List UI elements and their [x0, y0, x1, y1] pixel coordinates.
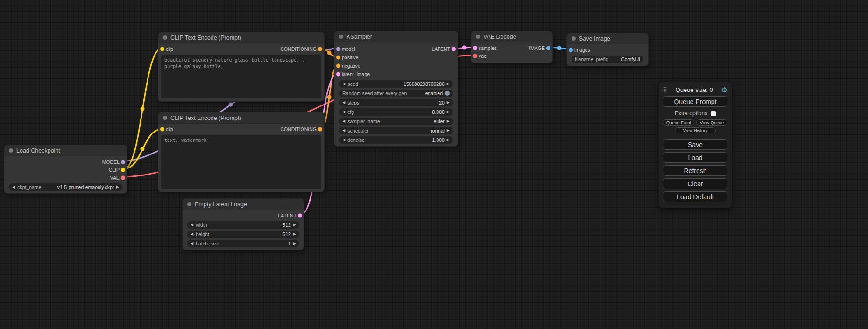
load-button[interactable]: Load [663, 152, 727, 163]
node-header[interactable]: CLIP Text Encode (Prompt) [158, 32, 324, 43]
increment-arrow-icon[interactable]: ▶ [447, 136, 450, 144]
node-title: Empty Latent Image [195, 201, 247, 208]
input-socket-latent-image[interactable] [336, 72, 340, 77]
refresh-button[interactable]: Refresh [663, 165, 727, 176]
widget-ckpt-name[interactable]: ◀ ckpt_name v1-5-pruned-emaonly.ckpt ▶ [9, 183, 122, 191]
increment-arrow-icon[interactable]: ▶ [293, 221, 296, 229]
collapse-dot-icon[interactable] [572, 36, 576, 41]
decrement-arrow-icon[interactable]: ◀ [342, 118, 345, 125]
node-load-checkpoint[interactable]: Load Checkpoint MODEL CLIP VAE ◀ ckpt_na… [4, 145, 127, 194]
decrement-arrow-icon[interactable]: ◀ [342, 136, 345, 144]
widget-label: scheduler [347, 128, 369, 133]
node-header[interactable]: KSampler [334, 31, 458, 42]
increment-arrow-icon[interactable]: ▶ [447, 108, 450, 116]
slot-row: clip CONDITIONING [158, 125, 324, 133]
collapse-dot-icon[interactable] [9, 148, 13, 153]
output-socket-model[interactable] [121, 160, 125, 164]
node-ksampler[interactable]: KSampler model LATENT positive negative … [334, 31, 458, 147]
input-socket-vae[interactable] [473, 54, 477, 58]
increment-arrow-icon[interactable]: ▶ [447, 80, 450, 88]
link-dot-model [229, 103, 233, 107]
node-header[interactable]: VAE Decode [471, 31, 552, 42]
output-socket-image[interactable] [546, 46, 550, 50]
output-socket-latent[interactable] [452, 47, 456, 51]
widget-filename-prefix[interactable]: filename_prefix ComfyUI [572, 56, 643, 63]
output-socket-conditioning[interactable] [318, 47, 322, 51]
widget-random-seed-toggle[interactable]: Random seed after every gen enabled [339, 90, 453, 97]
input-socket-clip[interactable] [160, 127, 164, 131]
node-header[interactable]: Load Checkpoint [4, 145, 127, 156]
widget-steps[interactable]: ◀ steps 20 ▶ [339, 99, 453, 106]
collapse-dot-icon[interactable] [163, 116, 167, 120]
input-socket-negative[interactable] [336, 64, 340, 68]
output-socket-latent[interactable] [298, 213, 302, 217]
input-socket-clip[interactable] [160, 47, 164, 51]
collapse-dot-icon[interactable] [187, 202, 191, 206]
node-empty-latent-image[interactable]: Empty Latent Image LATENT ◀ width 512 ▶ … [182, 198, 304, 250]
widget-denoise[interactable]: ◀ denoise 1.000 ▶ [339, 136, 453, 144]
wire-clip-positive [124, 49, 162, 169]
node-save-image[interactable]: Save Image images filename_prefix ComfyU… [566, 33, 649, 66]
node-header[interactable]: CLIP Text Encode (Prompt) [158, 112, 324, 124]
input-socket-images[interactable] [569, 48, 573, 52]
collapse-dot-icon[interactable] [476, 35, 480, 39]
increment-arrow-icon[interactable]: ▶ [447, 127, 450, 134]
output-socket-vae[interactable] [121, 175, 125, 180]
widget-sampler-name[interactable]: ◀ sampler_name euler ▶ [339, 118, 453, 125]
node-clip-text-encode-positive[interactable]: CLIP Text Encode (Prompt) clip CONDITION… [158, 32, 325, 102]
node-title: CLIP Text Encode (Prompt) [170, 35, 241, 41]
output-label-vae: VAE [110, 175, 120, 181]
link-dot-cond-negative [327, 95, 332, 99]
widget-width[interactable]: ◀ width 512 ▶ [187, 221, 299, 229]
collapse-dot-icon[interactable] [163, 35, 167, 40]
decrement-arrow-icon[interactable]: ◀ [191, 231, 193, 238]
widget-label: filename_prefix [575, 56, 608, 62]
input-socket-samples[interactable] [473, 46, 477, 50]
widget-scheduler[interactable]: ◀ scheduler normal ▶ [339, 127, 453, 134]
widget-seed[interactable]: ◀ seed 156680208700286 ▶ [339, 80, 453, 88]
decrement-arrow-icon[interactable]: ◀ [342, 127, 345, 134]
widget-height[interactable]: ◀ height 512 ▶ [187, 231, 299, 238]
node-vae-decode[interactable]: VAE Decode samples IMAGE vae [471, 31, 553, 63]
decrement-arrow-icon[interactable]: ◀ [342, 99, 345, 106]
widget-value: enabled [425, 91, 443, 96]
extra-options-checkbox[interactable] [711, 111, 716, 116]
node-header[interactable]: Empty Latent Image [183, 199, 304, 210]
increment-arrow-icon[interactable]: ▶ [447, 118, 450, 125]
output-socket-clip[interactable] [121, 168, 125, 172]
node-clip-text-encode-negative[interactable]: CLIP Text Encode (Prompt) clip CONDITION… [158, 112, 325, 192]
load-default-button[interactable]: Load Default [663, 191, 727, 202]
input-socket-model[interactable] [336, 47, 340, 51]
view-history-button[interactable]: View History [675, 127, 716, 133]
increment-arrow-icon[interactable]: ▶ [293, 231, 296, 238]
increment-arrow-icon[interactable]: ▶ [116, 183, 119, 191]
queue-panel-header: ⣿ Queue size: 0 ⚙ [663, 85, 727, 94]
prompt-textarea[interactable]: beautiful scenery nature glass bottle la… [161, 55, 321, 98]
input-socket-positive[interactable] [336, 56, 340, 60]
clear-button[interactable]: Clear [663, 178, 727, 189]
drag-handle-icon[interactable]: ⣿ [663, 86, 667, 93]
prompt-textarea[interactable]: text, watermark [161, 135, 321, 189]
view-queue-button[interactable]: View Queue [696, 119, 727, 126]
link-dot-image [557, 46, 562, 50]
widget-cfg[interactable]: ◀ cfg 8.000 ▶ [339, 108, 453, 116]
settings-gear-icon[interactable]: ⚙ [721, 86, 727, 93]
decrement-arrow-icon[interactable]: ◀ [12, 183, 15, 191]
node-header[interactable]: Save Image [567, 33, 648, 44]
save-button[interactable]: Save [663, 139, 727, 150]
increment-arrow-icon[interactable]: ▶ [293, 240, 296, 247]
widget-value: 1 [288, 241, 291, 246]
widget-batch-size[interactable]: ◀ batch_size 1 ▶ [187, 240, 299, 247]
toggle-dot-icon[interactable] [445, 91, 450, 96]
widget-value: ComfyUI [621, 56, 640, 62]
collapse-dot-icon[interactable] [339, 35, 343, 39]
output-socket-conditioning[interactable] [318, 127, 322, 131]
decrement-arrow-icon[interactable]: ◀ [191, 240, 193, 247]
decrement-arrow-icon[interactable]: ◀ [342, 80, 345, 88]
node-graph-canvas[interactable]: Load Checkpoint MODEL CLIP VAE ◀ ckpt_na… [0, 0, 868, 329]
decrement-arrow-icon[interactable]: ◀ [342, 108, 345, 116]
increment-arrow-icon[interactable]: ▶ [447, 99, 450, 106]
queue-prompt-button[interactable]: Queue Prompt [663, 96, 727, 107]
decrement-arrow-icon[interactable]: ◀ [191, 221, 193, 229]
queue-front-button[interactable]: Queue Front [663, 119, 694, 126]
